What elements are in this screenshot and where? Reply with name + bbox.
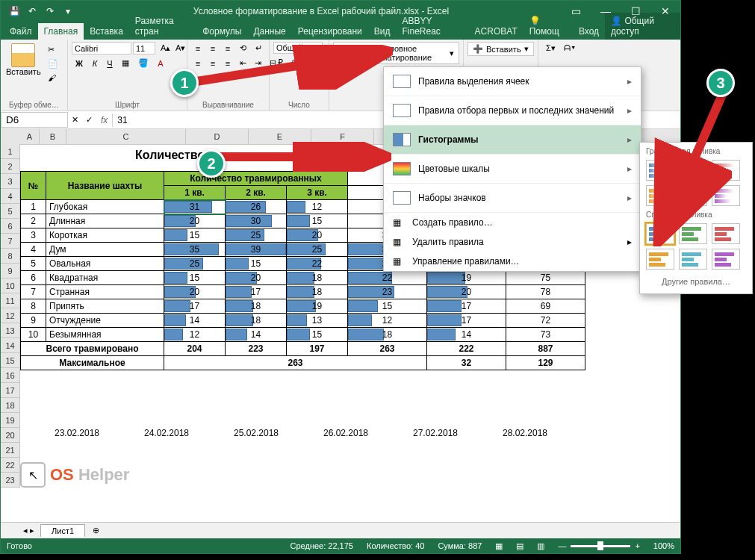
tab-acrobat[interactable]: ACROBAT	[469, 23, 523, 40]
tab-abbyy[interactable]: ABBYY FineReac	[397, 13, 469, 40]
row-header[interactable]: 14	[1, 338, 19, 353]
cf-new-rule[interactable]: ▦Создать правило…	[384, 213, 641, 232]
tab-insert[interactable]: Вставка	[84, 23, 129, 40]
tab-file[interactable]: Файл	[4, 23, 38, 40]
shrink-font-icon[interactable]: A▾	[172, 42, 185, 55]
autosum-icon[interactable]: Σ▾	[542, 42, 559, 55]
row-header[interactable]: 4	[1, 189, 19, 204]
row-header[interactable]: 12	[1, 308, 19, 323]
row-header[interactable]: 1	[1, 144, 19, 159]
annotation-arrow-3	[650, 90, 732, 246]
row-header[interactable]: 18	[1, 398, 19, 413]
cf-highlight-rules[interactable]: Правила выделения ячеек▸	[384, 67, 641, 96]
italic-button[interactable]: К	[88, 57, 102, 69]
tab-login[interactable]: Вход	[573, 23, 605, 40]
borders-icon[interactable]: ▦	[118, 57, 133, 69]
th-name: Название шахты	[46, 172, 164, 200]
fill-color-icon[interactable]: 🪣	[134, 57, 152, 69]
underline-button[interactable]: Ч	[103, 57, 116, 69]
grow-font-icon[interactable]: A▴	[157, 42, 170, 55]
group-clipboard: Вставить ✂ 📄 🖌 Буфер обме…	[1, 40, 68, 111]
cf-top-bottom-rules[interactable]: Правила отбора первых и последних значен…	[384, 96, 641, 125]
view-break-icon[interactable]: ▥	[537, 541, 544, 551]
max-label: Максимальное	[21, 356, 164, 370]
format-painter-icon[interactable]: 🖌	[44, 72, 62, 84]
row-header[interactable]: 3	[1, 174, 19, 189]
align-label: Выравнивание	[191, 99, 265, 111]
insert-cells-button[interactable]: ➕ Вставить▾	[467, 42, 534, 56]
tab-review[interactable]: Рецензировани	[292, 23, 368, 40]
icon-sets-icon	[393, 191, 411, 205]
col-header[interactable]: B	[40, 129, 66, 144]
solid-bar-swatch[interactable]	[712, 249, 740, 270]
row-header[interactable]: 15	[1, 353, 19, 368]
more-rules-link[interactable]: Другие правила…	[643, 273, 749, 290]
row-header[interactable]: 11	[1, 293, 19, 308]
row-header[interactable]: 19	[1, 413, 19, 428]
qat-more-icon[interactable]: ▾	[60, 4, 75, 19]
fx-cancel-icon[interactable]: ✕	[68, 113, 82, 126]
font-color-icon[interactable]: A	[154, 57, 167, 69]
clear-rules-icon: ▦	[393, 237, 405, 247]
row-header[interactable]: 20	[1, 428, 19, 443]
col-header[interactable]: C	[66, 129, 186, 144]
titlebar: 💾 ↶ ↷ ▾ Условное форматирование в Excel …	[1, 1, 680, 22]
annotation-badge-3: 3	[706, 69, 735, 97]
group-font: A▴ A▾ Ж К Ч ▦ 🪣 A Шрифт	[68, 40, 187, 111]
row-header[interactable]: 22	[1, 458, 19, 473]
row-header[interactable]: 9	[1, 264, 19, 279]
fx-icon[interactable]: fx	[96, 115, 112, 125]
font-size-select[interactable]	[133, 42, 155, 55]
row-header[interactable]: 7	[1, 234, 19, 249]
cut-icon[interactable]: ✂	[44, 43, 62, 56]
bold-button[interactable]: Ж	[72, 57, 87, 69]
solid-bar-swatch[interactable]	[679, 249, 707, 270]
col-header[interactable]: A	[20, 129, 40, 144]
tab-share[interactable]: 👤 Общий доступ	[605, 13, 680, 40]
font-name-select[interactable]	[72, 42, 131, 55]
cf-manage-rules[interactable]: ▦Управление правилами…	[384, 252, 641, 271]
row-header[interactable]: 6	[1, 219, 19, 234]
cf-clear-rules[interactable]: ▦Удалить правила▸	[384, 232, 641, 252]
row-header[interactable]: 23	[1, 473, 19, 488]
status-ready: Готово	[7, 541, 32, 550]
sheet-nav-icon[interactable]: ◂ ▸	[23, 526, 34, 535]
row-header[interactable]: 5	[1, 204, 19, 219]
view-normal-icon[interactable]: ▦	[495, 541, 503, 551]
solid-bar-swatch[interactable]	[646, 249, 674, 270]
add-sheet-icon[interactable]: ⊕	[85, 526, 107, 535]
row-header[interactable]: 2	[1, 159, 19, 174]
tab-formulas[interactable]: Формулы	[196, 23, 247, 40]
save-icon[interactable]: 💾	[7, 4, 22, 19]
tab-data[interactable]: Данные	[247, 23, 291, 40]
view-layout-icon[interactable]: ▤	[516, 541, 523, 551]
name-box[interactable]	[1, 112, 68, 128]
paste-button[interactable]: Вставить	[4, 42, 43, 85]
row-header[interactable]: 10	[1, 279, 19, 293]
annotation-arrow-2	[220, 142, 391, 172]
tab-layout[interactable]: Разметка стран	[129, 13, 196, 40]
cf-icon-sets[interactable]: Наборы значков▸	[384, 184, 641, 213]
redo-icon[interactable]: ↷	[43, 4, 58, 19]
tab-view[interactable]: Вид	[368, 23, 397, 40]
dropdown-icon: ▾	[450, 49, 454, 58]
sheet-tab[interactable]: Лист1	[40, 524, 85, 537]
cf-data-bars[interactable]: Гистограммы▸	[384, 125, 641, 155]
zoom-level[interactable]: 100%	[653, 541, 674, 550]
row-header[interactable]: 13	[1, 323, 19, 338]
new-rule-icon: ▦	[393, 217, 405, 228]
annotation-badge-1: 1	[170, 69, 199, 97]
row-header[interactable]: 8	[1, 249, 19, 264]
cf-color-scales[interactable]: Цветовые шкалы▸	[384, 155, 641, 184]
row-header[interactable]: 21	[1, 443, 19, 458]
zoom-slider[interactable]: — +	[558, 541, 639, 550]
row-header[interactable]: 16	[1, 368, 19, 383]
tab-home[interactable]: Главная	[38, 23, 84, 40]
undo-icon[interactable]: ↶	[25, 4, 40, 19]
row-header[interactable]: 17	[1, 383, 19, 398]
fx-enter-icon[interactable]: ✓	[82, 113, 96, 126]
tab-help[interactable]: 💡 Помощ	[523, 13, 573, 40]
sort-filter-icon[interactable]: ᗩ▾	[560, 42, 580, 55]
copy-icon[interactable]: 📄	[44, 57, 62, 70]
status-count: Количество: 40	[367, 541, 424, 550]
